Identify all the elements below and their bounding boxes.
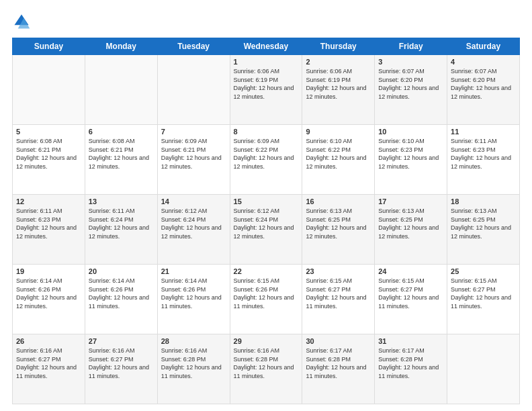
day-cell: 12Sunrise: 6:11 AM Sunset: 6:23 PM Dayli…: [13, 195, 85, 265]
day-cell: 7Sunrise: 6:09 AM Sunset: 6:21 PM Daylig…: [157, 125, 230, 195]
day-number: 23: [306, 267, 371, 275]
day-info: Sunrise: 6:12 AM Sunset: 6:24 PM Dayligh…: [234, 207, 299, 240]
day-info: Sunrise: 6:15 AM Sunset: 6:26 PM Dayligh…: [234, 277, 299, 310]
day-info: Sunrise: 6:06 AM Sunset: 6:19 PM Dayligh…: [306, 67, 371, 101]
day-cell: [157, 55, 230, 125]
day-info: Sunrise: 6:16 AM Sunset: 6:28 PM Dayligh…: [161, 347, 226, 380]
day-cell: 2Sunrise: 6:06 AM Sunset: 6:19 PM Daylig…: [302, 55, 375, 125]
day-cell: 31Sunrise: 6:17 AM Sunset: 6:28 PM Dayli…: [375, 334, 447, 404]
day-cell: [85, 55, 157, 125]
day-cell: 29Sunrise: 6:16 AM Sunset: 6:28 PM Dayli…: [230, 334, 302, 404]
logo: [12, 12, 34, 31]
day-cell: [447, 334, 520, 404]
day-number: 4: [451, 58, 516, 66]
day-number: 31: [378, 337, 443, 345]
day-header-tuesday: Tuesday: [157, 38, 230, 55]
day-cell: 21Sunrise: 6:14 AM Sunset: 6:26 PM Dayli…: [157, 265, 230, 334]
day-cell: 25Sunrise: 6:15 AM Sunset: 6:27 PM Dayli…: [447, 265, 520, 334]
day-cell: 26Sunrise: 6:16 AM Sunset: 6:27 PM Dayli…: [13, 334, 85, 404]
calendar-header: SundayMondayTuesdayWednesdayThursdayFrid…: [13, 38, 520, 55]
week-row-0: 1Sunrise: 6:06 AM Sunset: 6:19 PM Daylig…: [13, 55, 520, 125]
day-cell: 15Sunrise: 6:12 AM Sunset: 6:24 PM Dayli…: [230, 195, 302, 265]
day-info: Sunrise: 6:06 AM Sunset: 6:19 PM Dayligh…: [234, 67, 299, 101]
day-info: Sunrise: 6:11 AM Sunset: 6:24 PM Dayligh…: [89, 207, 154, 240]
day-info: Sunrise: 6:13 AM Sunset: 6:25 PM Dayligh…: [378, 207, 443, 240]
day-number: 14: [161, 197, 226, 205]
day-info: Sunrise: 6:17 AM Sunset: 6:28 PM Dayligh…: [306, 347, 371, 380]
day-cell: 22Sunrise: 6:15 AM Sunset: 6:26 PM Dayli…: [230, 265, 302, 334]
day-number: 24: [378, 267, 443, 275]
day-number: 26: [16, 337, 81, 345]
day-number: 28: [161, 337, 226, 345]
day-header-friday: Friday: [375, 38, 447, 55]
day-info: Sunrise: 6:11 AM Sunset: 6:23 PM Dayligh…: [451, 137, 516, 171]
day-info: Sunrise: 6:15 AM Sunset: 6:27 PM Dayligh…: [378, 277, 443, 310]
day-cell: 23Sunrise: 6:15 AM Sunset: 6:27 PM Dayli…: [302, 265, 375, 334]
week-row-1: 5Sunrise: 6:08 AM Sunset: 6:21 PM Daylig…: [13, 125, 520, 195]
day-number: 13: [89, 197, 154, 205]
day-info: Sunrise: 6:16 AM Sunset: 6:28 PM Dayligh…: [234, 347, 299, 380]
day-info: Sunrise: 6:07 AM Sunset: 6:20 PM Dayligh…: [378, 67, 443, 101]
day-cell: 28Sunrise: 6:16 AM Sunset: 6:28 PM Dayli…: [157, 334, 230, 404]
day-number: 27: [89, 337, 154, 345]
day-header-wednesday: Wednesday: [230, 38, 302, 55]
day-number: 5: [16, 128, 81, 136]
day-info: Sunrise: 6:14 AM Sunset: 6:26 PM Dayligh…: [89, 277, 154, 310]
day-info: Sunrise: 6:16 AM Sunset: 6:27 PM Dayligh…: [89, 347, 154, 380]
day-cell: 24Sunrise: 6:15 AM Sunset: 6:27 PM Dayli…: [375, 265, 447, 334]
day-info: Sunrise: 6:15 AM Sunset: 6:27 PM Dayligh…: [451, 277, 516, 310]
day-cell: 4Sunrise: 6:07 AM Sunset: 6:20 PM Daylig…: [447, 55, 520, 125]
day-number: 19: [16, 267, 81, 275]
day-info: Sunrise: 6:09 AM Sunset: 6:21 PM Dayligh…: [161, 137, 226, 171]
logo-icon: [12, 12, 31, 31]
day-number: 2: [306, 58, 371, 66]
day-info: Sunrise: 6:07 AM Sunset: 6:20 PM Dayligh…: [451, 67, 516, 101]
day-number: 1: [234, 58, 299, 66]
day-number: 21: [161, 267, 226, 275]
day-info: Sunrise: 6:08 AM Sunset: 6:21 PM Dayligh…: [16, 137, 81, 171]
header: [12, 12, 520, 31]
day-info: Sunrise: 6:13 AM Sunset: 6:25 PM Dayligh…: [451, 207, 516, 240]
day-info: Sunrise: 6:11 AM Sunset: 6:23 PM Dayligh…: [16, 207, 81, 240]
page: SundayMondayTuesdayWednesdayThursdayFrid…: [0, 0, 532, 411]
day-cell: 27Sunrise: 6:16 AM Sunset: 6:27 PM Dayli…: [85, 334, 157, 404]
week-row-3: 19Sunrise: 6:14 AM Sunset: 6:26 PM Dayli…: [13, 265, 520, 334]
day-header-monday: Monday: [85, 38, 157, 55]
day-info: Sunrise: 6:15 AM Sunset: 6:27 PM Dayligh…: [306, 277, 371, 310]
day-number: 30: [306, 337, 371, 345]
day-number: 29: [234, 337, 299, 345]
day-cell: 6Sunrise: 6:08 AM Sunset: 6:21 PM Daylig…: [85, 125, 157, 195]
day-number: 15: [234, 197, 299, 205]
day-number: 11: [451, 128, 516, 136]
week-row-4: 26Sunrise: 6:16 AM Sunset: 6:27 PM Dayli…: [13, 334, 520, 404]
day-info: Sunrise: 6:10 AM Sunset: 6:23 PM Dayligh…: [378, 137, 443, 171]
day-number: 7: [161, 128, 226, 136]
day-header-thursday: Thursday: [302, 38, 375, 55]
day-number: 16: [306, 197, 371, 205]
day-number: 12: [16, 197, 81, 205]
day-cell: 3Sunrise: 6:07 AM Sunset: 6:20 PM Daylig…: [375, 55, 447, 125]
day-cell: 17Sunrise: 6:13 AM Sunset: 6:25 PM Dayli…: [375, 195, 447, 265]
day-cell: 14Sunrise: 6:12 AM Sunset: 6:24 PM Dayli…: [157, 195, 230, 265]
day-number: 25: [451, 267, 516, 275]
day-info: Sunrise: 6:14 AM Sunset: 6:26 PM Dayligh…: [16, 277, 81, 310]
day-info: Sunrise: 6:12 AM Sunset: 6:24 PM Dayligh…: [161, 207, 226, 240]
day-cell: 11Sunrise: 6:11 AM Sunset: 6:23 PM Dayli…: [447, 125, 520, 195]
day-number: 6: [89, 128, 154, 136]
day-info: Sunrise: 6:14 AM Sunset: 6:26 PM Dayligh…: [161, 277, 226, 310]
day-number: 22: [234, 267, 299, 275]
day-number: 3: [378, 58, 443, 66]
calendar-body: 1Sunrise: 6:06 AM Sunset: 6:19 PM Daylig…: [13, 55, 520, 404]
day-cell: 1Sunrise: 6:06 AM Sunset: 6:19 PM Daylig…: [230, 55, 302, 125]
day-cell: 9Sunrise: 6:10 AM Sunset: 6:22 PM Daylig…: [302, 125, 375, 195]
day-cell: 8Sunrise: 6:09 AM Sunset: 6:22 PM Daylig…: [230, 125, 302, 195]
day-cell: 30Sunrise: 6:17 AM Sunset: 6:28 PM Dayli…: [302, 334, 375, 404]
day-number: 17: [378, 197, 443, 205]
day-cell: 10Sunrise: 6:10 AM Sunset: 6:23 PM Dayli…: [375, 125, 447, 195]
header-row: SundayMondayTuesdayWednesdayThursdayFrid…: [13, 38, 520, 55]
calendar-table: SundayMondayTuesdayWednesdayThursdayFrid…: [12, 38, 520, 404]
day-info: Sunrise: 6:13 AM Sunset: 6:25 PM Dayligh…: [306, 207, 371, 240]
day-number: 8: [234, 128, 299, 136]
day-header-sunday: Sunday: [13, 38, 85, 55]
day-info: Sunrise: 6:09 AM Sunset: 6:22 PM Dayligh…: [234, 137, 299, 171]
